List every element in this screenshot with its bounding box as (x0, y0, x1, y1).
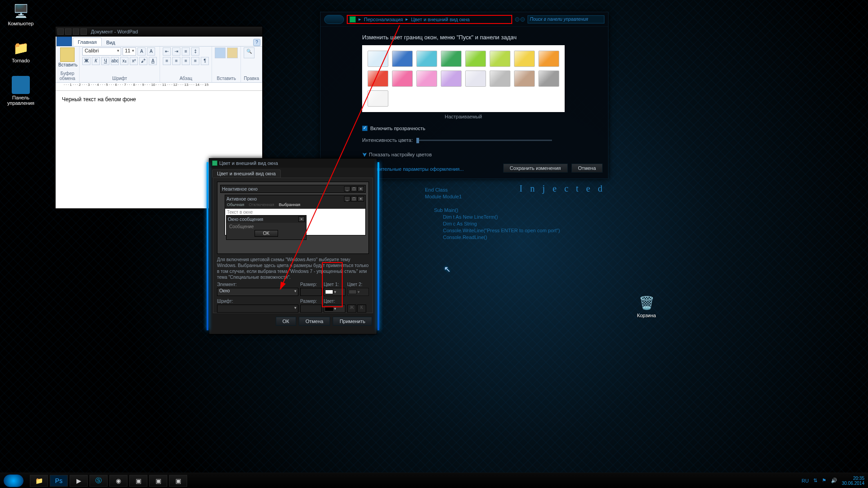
tray-clock[interactable]: 20:35 30.06.2014 (842, 476, 864, 486)
desktop-icon-tornado[interactable]: 📁 Tornado (3, 39, 39, 63)
cancel-button[interactable]: Отмена (571, 164, 603, 173)
color-swatch[interactable] (441, 51, 462, 67)
bullets-button[interactable]: ≡ (182, 47, 190, 56)
font-family-combo[interactable]: Calibri (82, 47, 121, 56)
system-tray[interactable]: RU ⇅ ⚑ 🔊 20:35 30.06.2014 (802, 476, 864, 486)
taskbar-app[interactable]: ▣ (149, 475, 167, 487)
find-button[interactable]: 🔍 (244, 47, 255, 58)
ribbon-tabs: Главная Вид ? (56, 37, 262, 47)
color-swatch[interactable] (368, 70, 388, 87)
color-swatch[interactable] (416, 51, 437, 67)
apply-button[interactable]: Применить (333, 317, 372, 326)
desktop-icon-control-panel[interactable]: Панель управления (3, 76, 39, 106)
italic-button[interactable]: К (92, 57, 100, 65)
underline-button[interactable]: Ч (101, 57, 109, 65)
ok-button[interactable]: ОК (276, 317, 296, 326)
tray-volume-icon[interactable]: 🔊 (831, 478, 837, 483)
shrink-font-button[interactable]: A (147, 47, 155, 56)
align-center-button[interactable]: ≡ (172, 57, 180, 65)
grow-font-button[interactable]: A (137, 47, 146, 56)
show-mixer-toggle[interactable]: ⮟ Показать настройку цветов (362, 152, 595, 157)
file-menu-button[interactable] (57, 37, 72, 46)
color-swatch[interactable] (416, 70, 437, 87)
color-swatch[interactable] (465, 51, 486, 67)
color-swatch[interactable] (441, 70, 462, 87)
color2-picker (347, 288, 369, 296)
paragraph-button[interactable]: ¶ (201, 57, 209, 65)
taskbar-app[interactable]: ▣ (129, 475, 147, 487)
indent-button[interactable]: ⇥ (172, 47, 180, 56)
dialog-titlebar[interactable]: Цвет и внешний вид окна (209, 159, 377, 168)
crumb-personalization[interactable]: Персонализация (364, 17, 403, 22)
strike-button[interactable]: abc (111, 57, 119, 65)
taskbar-explorer[interactable]: 📁 (30, 475, 48, 487)
color-swatch[interactable] (465, 70, 486, 87)
nav-extra[interactable] (515, 17, 525, 22)
font-color-picker[interactable] (324, 305, 345, 313)
tray-network-icon[interactable]: ⇅ (813, 478, 817, 483)
qat-undo-button[interactable] (73, 28, 79, 35)
dedent-button[interactable]: ⇤ (163, 47, 171, 56)
color-swatch[interactable] (538, 70, 559, 87)
taskbar[interactable]: 📁 Ps ▶ Ⓢ ◉ ▣ ▣ ▣ RU ⇅ ⚑ 🔊 20:35 30.06.20… (0, 473, 868, 488)
ruler[interactable]: · · · 1 · · · 2 · · · 3 · · · 4 · · · 5 … (56, 83, 262, 91)
tray-lang[interactable]: RU (802, 478, 809, 483)
line-spacing-button[interactable]: ‡ (191, 47, 199, 56)
taskbar-media-player[interactable]: ▶ (70, 475, 88, 487)
font-size-combo[interactable]: 11 (123, 47, 136, 56)
qat-redo-button[interactable] (80, 28, 87, 35)
desktop-icon-recycle-bin[interactable]: 🗑️ Корзина (628, 294, 665, 318)
intensity-slider[interactable] (416, 140, 552, 141)
color1-picker[interactable] (324, 288, 345, 296)
breadcrumb[interactable]: ▸ Персонализация ▸ Цвет и внешний вид ок… (347, 15, 512, 24)
align-right-button[interactable]: ≡ (182, 57, 190, 65)
save-button[interactable]: Сохранить изменения (503, 164, 568, 173)
help-button[interactable]: ? (253, 39, 260, 46)
personalization-window[interactable]: ▸ Персонализация ▸ Цвет и внешний вид ок… (320, 12, 609, 179)
bold-toggle: Ж (347, 305, 356, 313)
qat-save-button[interactable] (65, 28, 71, 35)
nav-back-forward[interactable] (324, 15, 344, 24)
justify-button[interactable]: ≡ (191, 57, 199, 65)
dialog-tab[interactable]: Цвет и внешний вид окна (212, 169, 281, 178)
color-swatch[interactable] (392, 51, 413, 67)
cancel-button[interactable]: Отмена (299, 317, 330, 326)
taskbar-photoshop[interactable]: Ps (50, 475, 68, 487)
align-left-button[interactable]: ≡ (163, 57, 171, 65)
element-combo[interactable]: Окно (217, 288, 298, 296)
color-swatch[interactable] (514, 51, 535, 67)
color-swatch[interactable] (538, 51, 559, 67)
qat-button[interactable] (57, 28, 64, 35)
color-swatch[interactable] (490, 51, 510, 67)
color-swatch[interactable] (368, 90, 388, 107)
wallpaper-code-text: End Class I n j e c t e d Module Module1… (425, 178, 605, 241)
search-input[interactable]: Поиск в панели управления (528, 15, 604, 23)
appearance-dialog[interactable]: Цвет и внешний вид окна Цвет и внешний в… (209, 158, 377, 334)
tab-view[interactable]: Вид (102, 38, 120, 46)
paste-button[interactable]: Вставить (58, 47, 76, 67)
superscript-button[interactable]: x² (130, 57, 138, 65)
color-swatch[interactable] (392, 70, 413, 87)
control-panel-icon (349, 16, 356, 23)
taskbar-chrome[interactable]: ◉ (109, 475, 127, 487)
color-swatch[interactable] (368, 51, 388, 67)
font-color-button[interactable]: A (149, 57, 157, 65)
desktop-icon-computer[interactable]: 🖥️ Компьютер (3, 2, 39, 26)
start-button[interactable] (4, 474, 24, 487)
bold-button[interactable]: Ж (82, 57, 90, 65)
wordpad-titlebar[interactable]: Документ - WordPad (56, 27, 262, 37)
tray-flag-icon[interactable]: ⚑ (822, 478, 826, 483)
taskbar-app[interactable]: ▣ (169, 475, 187, 487)
tab-home[interactable]: Главная (73, 38, 102, 46)
subscript-button[interactable]: x₂ (120, 57, 128, 65)
transparency-checkbox[interactable] (362, 126, 368, 131)
close-icon: × (298, 216, 305, 222)
highlight-button[interactable]: 🖍 (139, 57, 147, 65)
group-font: Calibri 11 A A Ж К Ч abc x₂ x² 🖍 A (80, 47, 160, 82)
taskbar-skype[interactable]: Ⓢ (90, 475, 108, 487)
color-swatch[interactable] (514, 70, 535, 87)
crumb-window-color[interactable]: Цвет и внешний вид окна (411, 17, 470, 22)
color-swatch[interactable] (490, 70, 510, 87)
insert-object-button[interactable] (227, 47, 238, 58)
insert-picture-button[interactable] (215, 47, 226, 58)
